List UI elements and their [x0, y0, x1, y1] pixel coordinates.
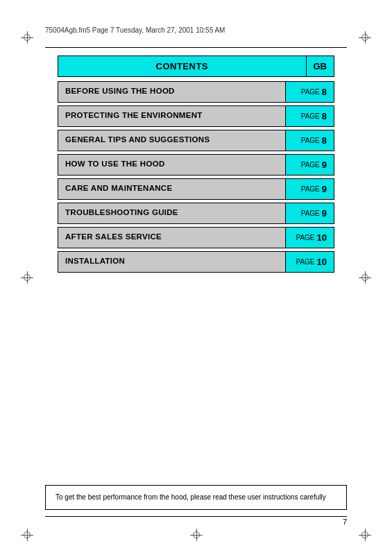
- page: 75004Agb.fm5 Page 7 Tuesday, March 27, 2…: [0, 0, 392, 555]
- crosshair-bottom-center: [190, 529, 203, 541]
- crosshair-mid-right: [359, 271, 371, 284]
- toc-page: PAGE 9: [285, 179, 334, 199]
- gb-badge: GB: [306, 56, 335, 77]
- bottom-note: To get the best performance from the hoo…: [45, 485, 347, 510]
- toc-row: INSTALLATIONPAGE 10: [58, 251, 334, 273]
- toc-rows: BEFORE USING THE HOODPAGE 8PROTECTING TH…: [58, 81, 334, 273]
- toc-row: GENERAL TIPS AND SUGGESTIONSPAGE 8: [58, 130, 334, 151]
- toc-label: AFTER SALES SERVICE: [58, 228, 285, 248]
- toc-row: BEFORE USING THE HOODPAGE 8: [58, 81, 334, 103]
- toc-page: PAGE 10: [285, 252, 334, 272]
- toc-page: PAGE 8: [285, 130, 334, 151]
- header-filename: 75004Agb.fm5 Page 7 Tuesday, March 27, 2…: [45, 26, 347, 34]
- toc-row: TROUBLESHOOTING GUIDEPAGE 9: [58, 203, 334, 224]
- page-number: 7: [343, 518, 347, 526]
- toc-section: CONTENTS GB BEFORE USING THE HOODPAGE 8P…: [58, 56, 334, 275]
- toc-label: GENERAL TIPS AND SUGGESTIONS: [58, 130, 285, 151]
- crosshair-mid-left: [21, 271, 33, 284]
- toc-label: INSTALLATION: [58, 252, 285, 272]
- toc-row: AFTER SALES SERVICEPAGE 10: [58, 227, 334, 248]
- contents-header-row: CONTENTS GB: [58, 56, 334, 77]
- toc-label: HOW TO USE THE HOOD: [58, 155, 285, 175]
- toc-row: HOW TO USE THE HOODPAGE 9: [58, 154, 334, 176]
- toc-page: PAGE 8: [285, 82, 334, 102]
- toc-row: CARE AND MAINTENANCEPAGE 9: [58, 178, 334, 200]
- toc-page: PAGE 8: [285, 106, 334, 126]
- contents-title: CONTENTS: [58, 56, 306, 77]
- toc-label: BEFORE USING THE HOOD: [58, 82, 285, 102]
- toc-page: PAGE 10: [285, 228, 334, 248]
- toc-page: PAGE 9: [285, 203, 334, 223]
- toc-label: CARE AND MAINTENANCE: [58, 179, 285, 199]
- toc-row: PROTECTING THE ENVIRONMENTPAGE 8: [58, 105, 334, 127]
- footer-rule: [45, 516, 347, 517]
- toc-page: PAGE 9: [285, 155, 334, 175]
- toc-label: PROTECTING THE ENVIRONMENT: [58, 106, 285, 126]
- header-rule: [45, 47, 347, 48]
- crosshair-top-left: [21, 31, 33, 44]
- crosshair-top-right: [359, 31, 371, 44]
- toc-label: TROUBLESHOOTING GUIDE: [58, 203, 285, 223]
- crosshair-bottom-right: [359, 529, 371, 541]
- crosshair-bottom-left: [21, 529, 33, 541]
